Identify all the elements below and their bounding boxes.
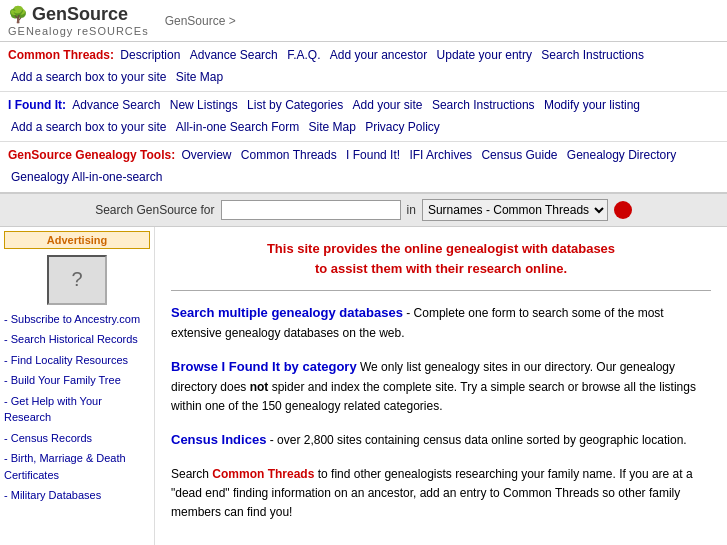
nav-add-search-box-ifi[interactable]: Add a search box to your site — [11, 120, 166, 134]
search-bar: Search GenSource for in Surnames - Commo… — [0, 194, 727, 227]
nav-common-threads-tool[interactable]: Common Threads — [241, 148, 337, 162]
main-layout: Advertising ? - Subscribe to Ancestry.co… — [0, 227, 727, 545]
advertising-header: Advertising — [4, 231, 150, 249]
section2-bold: not — [250, 380, 269, 394]
nav-add-search-box-ct[interactable]: Add a search box to your site — [11, 70, 166, 84]
sidebar-link-ancestry[interactable]: - Subscribe to Ancestry.com — [4, 309, 150, 330]
nav-advance-search[interactable]: Advance Search — [190, 48, 278, 62]
nav-add-ancestor[interactable]: Add your ancestor — [330, 48, 427, 62]
tools-label: GenSource Genealogy Tools: — [8, 148, 175, 162]
search-go-button[interactable] — [614, 201, 632, 219]
logo-area: 🌳 GenSource GENealogy reSOURCEs — [8, 4, 149, 37]
nav-modify-listing[interactable]: Modify your listing — [544, 98, 640, 112]
tagline-line2: to assist them with their research onlin… — [315, 261, 567, 276]
nav-census-guide[interactable]: Census Guide — [481, 148, 557, 162]
nav-ifi-archives[interactable]: IFI Archives — [409, 148, 472, 162]
sidebar-link-historical[interactable]: - Search Historical Records — [4, 329, 150, 350]
section4-text1: Search — [171, 467, 212, 481]
nav-list-by-categories[interactable]: List by Categories — [247, 98, 343, 112]
sidebar-link-military[interactable]: - Military Databases — [4, 485, 150, 506]
section-census-indices: Census Indices - over 2,800 sites contai… — [171, 430, 711, 451]
i-found-it-label: I Found It: — [8, 98, 66, 112]
section3-text: - over 2,800 sites containing census dat… — [266, 433, 686, 447]
sidebar: Advertising ? - Subscribe to Ancestry.co… — [0, 227, 155, 545]
common-threads-inline-link[interactable]: Common Threads — [212, 467, 314, 481]
ad-placeholder: ? — [47, 255, 107, 305]
nav-common-threads: Common Threads: Description Advance Sear… — [0, 42, 727, 92]
nav-i-found-it: I Found It: Advance Search New Listings … — [0, 92, 727, 142]
breadcrumb: GenSource > — [165, 14, 236, 28]
nav-site-map-ct[interactable]: Site Map — [176, 70, 223, 84]
sidebar-link-locality[interactable]: - Find Locality Resources — [4, 350, 150, 371]
tree-icon: 🌳 — [8, 5, 28, 24]
nav-overview[interactable]: Overview — [182, 148, 232, 162]
nav-privacy-policy[interactable]: Privacy Policy — [365, 120, 440, 134]
nav-i-found-it-tool[interactable]: I Found It! — [346, 148, 400, 162]
nav-description[interactable]: Description — [120, 48, 180, 62]
tagline-line1: This site provides the online genealogis… — [267, 241, 615, 256]
logo-text: GenSource — [32, 4, 128, 25]
section-search-multiple: Search multiple genealogy databases - Co… — [171, 303, 711, 343]
common-threads-label: Common Threads: — [8, 48, 114, 62]
content: This site provides the online genealogis… — [155, 227, 727, 545]
sidebar-link-help[interactable]: - Get Help with Your Research — [4, 391, 150, 428]
nav-new-listings[interactable]: New Listings — [170, 98, 238, 112]
nav-genealogy-all-in-one[interactable]: Genealogy All-in-one-search — [11, 170, 162, 184]
census-indices-link[interactable]: Census Indices — [171, 432, 266, 447]
search-multiple-link[interactable]: Search multiple genealogy databases — [171, 305, 403, 320]
section-common-threads: Search Common Threads to find other gene… — [171, 465, 711, 523]
nav-search-instructions-ifi[interactable]: Search Instructions — [432, 98, 535, 112]
logo-title: 🌳 GenSource — [8, 4, 149, 25]
content-tagline: This site provides the online genealogis… — [171, 239, 711, 281]
search-in-label: in — [407, 203, 416, 217]
nav-add-your-site[interactable]: Add your site — [353, 98, 423, 112]
section-browse-ifi: Browse I Found It by category We only li… — [171, 357, 711, 416]
nav-site-map-ifi[interactable]: Site Map — [308, 120, 355, 134]
search-label: Search GenSource for — [95, 203, 214, 217]
header: 🌳 GenSource GENealogy reSOURCEs GenSourc… — [0, 0, 727, 42]
nav-search-instructions-ct[interactable]: Search Instructions — [541, 48, 644, 62]
nav-tools: GenSource Genealogy Tools: Overview Comm… — [0, 142, 727, 193]
content-divider — [171, 290, 711, 291]
browse-ifi-link[interactable]: Browse I Found It by category — [171, 359, 357, 374]
sidebar-link-census[interactable]: - Census Records — [4, 428, 150, 449]
search-input[interactable] — [221, 200, 401, 220]
nav-ifi-advance-search[interactable]: Advance Search — [72, 98, 160, 112]
sidebar-link-family-tree[interactable]: - Build Your Family Tree — [4, 370, 150, 391]
nav-faq[interactable]: F.A.Q. — [287, 48, 320, 62]
nav-update-entry[interactable]: Update your entry — [437, 48, 532, 62]
logo-subtitle: GENealogy reSOURCEs — [8, 25, 149, 37]
sidebar-link-birth-marriage[interactable]: - Birth, Marriage & Death Certificates — [4, 448, 150, 485]
nav-all-in-one-form[interactable]: All-in-one Search Form — [176, 120, 299, 134]
nav-genealogy-directory[interactable]: Genealogy Directory — [567, 148, 676, 162]
search-dropdown[interactable]: Surnames - Common Threads I Found It Cen… — [422, 199, 608, 221]
